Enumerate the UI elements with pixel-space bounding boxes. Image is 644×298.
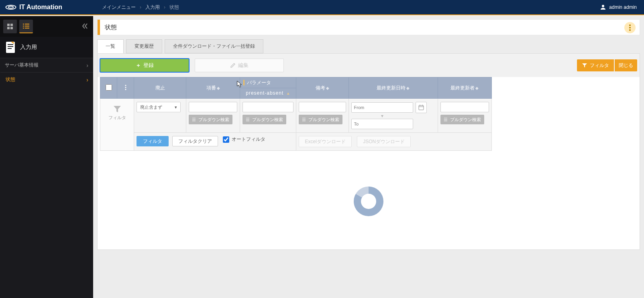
chevron-right-icon: › [164,4,165,10]
crumb-2: 状態 [169,4,179,11]
user-name: admin admin [609,4,637,10]
chevron-right-icon: › [140,4,141,10]
brand-name: IT Automation [19,4,62,11]
top-header: IT Automation メインメニュー › 入力用 › 状態 admin a… [0,0,644,15]
logo-area: IT Automation [0,2,93,12]
svg-point-1 [8,6,14,8]
svg-point-0 [6,5,16,9]
user-icon [599,4,607,11]
user-menu[interactable]: admin admin [599,4,644,11]
logo-icon [5,2,17,12]
breadcrumb: メインメニュー › 入力用 › 状態 [93,4,179,11]
crumb-1[interactable]: 入力用 [145,4,160,11]
crumb-0[interactable]: メインメニュー [102,4,136,11]
svg-point-2 [602,5,604,7]
